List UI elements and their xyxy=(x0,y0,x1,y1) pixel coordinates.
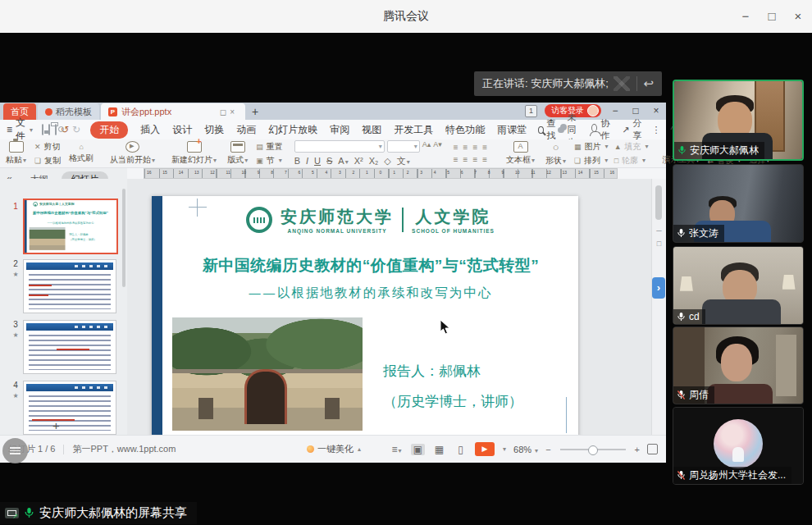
layout-button[interactable]: 版式▾ xyxy=(225,141,250,166)
menu-item-design[interactable]: 设计 xyxy=(172,123,192,137)
bold-button[interactable]: B xyxy=(294,156,300,166)
increase-font-icon[interactable]: A▴ xyxy=(422,140,431,153)
participant-namebar: 安庆师大郝佩林 xyxy=(674,142,764,159)
zoom-out-button[interactable]: − xyxy=(545,445,550,454)
participant-tile[interactable]: 周倩 xyxy=(673,326,804,404)
reading-view-icon[interactable]: ▯ xyxy=(454,444,468,455)
slideshow-play-button[interactable]: ▶ xyxy=(475,442,495,456)
minimize-button[interactable]: − xyxy=(732,0,760,33)
font-color-button[interactable]: A▾ xyxy=(338,156,348,166)
meeting-stage: 正在讲话: 安庆师大郝佩林; ↩ 首页 稻壳模板 P 讲会ppt.pptx ◻×… xyxy=(0,33,812,525)
notes-view-icon[interactable]: ≡▾ xyxy=(390,444,404,455)
menu-item-insert[interactable]: 插入 xyxy=(140,123,160,137)
text-effect-button[interactable]: 文▾ xyxy=(397,155,410,167)
zoom-slider[interactable] xyxy=(560,449,626,450)
tab-pin-close-icons[interactable]: ◻× xyxy=(220,107,238,116)
shape-button[interactable]: ○ 形状▾ xyxy=(543,141,568,166)
outline-button[interactable]: □轮廓▾ xyxy=(614,155,649,167)
tab-document[interactable]: P 讲会ppt.pptx ◻× xyxy=(101,103,245,120)
slide-thumbnail-4[interactable] xyxy=(23,381,116,435)
print-preview-icon[interactable] xyxy=(55,124,57,135)
new-tab-button[interactable]: + xyxy=(245,103,265,120)
section-button[interactable]: ▣节▾ xyxy=(256,155,283,167)
canvas-scrollbar[interactable] xyxy=(655,185,662,220)
participant-tile[interactable]: 周兑扬州大学社会发... xyxy=(673,407,804,485)
print-icon[interactable] xyxy=(48,124,50,135)
menu-item-rain-classroom[interactable]: 雨课堂 xyxy=(497,123,527,137)
mini-photo xyxy=(30,227,66,250)
underline-button[interactable]: U xyxy=(314,156,321,166)
fit-to-window-icon[interactable] xyxy=(647,444,658,454)
participant-tile[interactable]: 张文涛 xyxy=(673,164,804,243)
strip-icon[interactable]: ─ xyxy=(655,226,664,235)
subscript-button[interactable]: X₂ xyxy=(369,156,379,166)
picture-button[interactable]: ▦图片▾ xyxy=(574,141,609,153)
participant-tile[interactable]: cd xyxy=(673,246,804,325)
textbox-button[interactable]: A 文本框▾ xyxy=(504,141,537,166)
campus-photo xyxy=(172,317,363,431)
strikethrough-button[interactable]: S xyxy=(326,156,332,166)
reply-arrow-icon[interactable]: ↩ xyxy=(643,76,662,91)
slide-sorter-icon[interactable]: ▦ xyxy=(432,444,446,455)
menu-item-slideshow[interactable]: 幻灯片放映 xyxy=(268,123,317,137)
slide-header: 安庆师范大学 ANQING NORMAL UNIVERSITY 人文学院 SCH… xyxy=(162,206,578,234)
font-size-select[interactable]: ▾ xyxy=(387,140,420,153)
arrange-button[interactable]: ❏排列▾ xyxy=(574,155,609,167)
meeting-floating-control[interactable] xyxy=(2,438,28,463)
maximize-button[interactable]: □ xyxy=(758,0,786,33)
find-menu[interactable]: 查找 xyxy=(538,117,558,142)
play-dropdown-icon[interactable]: ▾ xyxy=(503,445,506,453)
normal-view-icon[interactable]: ▣ xyxy=(411,444,425,455)
menu-item-features[interactable]: 特色功能 xyxy=(445,123,485,137)
panel-scrollbar[interactable] xyxy=(122,189,125,287)
slide-thumbnail-2[interactable] xyxy=(23,259,116,313)
participant-namebar: cd xyxy=(673,309,705,324)
slide-thumbnail-3[interactable] xyxy=(23,320,116,374)
add-slide-button[interactable]: + xyxy=(52,418,60,432)
menu-item-review[interactable]: 审阅 xyxy=(330,123,349,137)
editing-canvas[interactable]: 安庆师范大学 ANQING NORMAL UNIVERSITY 人文学院 SCH… xyxy=(127,179,652,435)
menu-item-home[interactable]: 开始 xyxy=(90,121,128,139)
menu-item-view[interactable]: 视图 xyxy=(362,123,381,137)
font-family-select[interactable]: ▾ xyxy=(294,140,385,153)
format-painter-button[interactable]: ⌂ 格式刷 xyxy=(66,141,96,166)
copy-button[interactable]: ❏复制 xyxy=(34,155,61,167)
menu-item-devtools[interactable]: 开发工具 xyxy=(394,123,433,137)
expand-panel-button[interactable]: › xyxy=(652,277,665,299)
zoom-in-button[interactable]: + xyxy=(635,445,640,454)
superscript-button[interactable]: X² xyxy=(354,156,363,166)
menu-item-transition[interactable]: 切换 xyxy=(204,123,224,137)
fill-button[interactable]: ▲填充▾ xyxy=(614,141,649,153)
decrease-font-icon[interactable]: A▾ xyxy=(433,140,442,153)
slide-thumbnail-1[interactable]: 安庆师范大学｜人文学院 新中国统编历史教材的“价值重构”与“范式转型” ——以根… xyxy=(23,199,118,254)
paste-button[interactable]: 粘贴▾ xyxy=(3,141,29,166)
participant-name: 安庆师大郝佩林 xyxy=(690,144,759,158)
paragraph-group[interactable]: ≡≡≡≡≡≡≡≡ xyxy=(454,141,492,166)
close-button[interactable]: × xyxy=(784,0,812,33)
play-from-current-button[interactable]: 从当前开始▾ xyxy=(107,141,157,166)
tab-templates[interactable]: 稻壳模板 xyxy=(38,103,99,120)
new-slide-button[interactable]: 新建幻灯片▾ xyxy=(169,141,219,166)
photo-arched-door xyxy=(244,369,287,424)
more-options-icon[interactable]: ⋮ xyxy=(651,125,660,135)
redo-icon[interactable]: ↻ xyxy=(72,124,80,135)
cut-button[interactable]: ✕剪切 xyxy=(34,141,61,153)
participant-tile[interactable]: 安庆师大郝佩林 xyxy=(673,80,804,161)
save-icon[interactable] xyxy=(42,124,43,135)
avatar xyxy=(714,419,763,468)
clear-format-button[interactable]: ◇ xyxy=(384,156,390,167)
strip-icon[interactable]: □ xyxy=(655,240,664,248)
collaborate-button[interactable]: 协作 xyxy=(591,117,612,142)
slide-canvas[interactable]: 安庆师范大学 ANQING NORMAL UNIVERSITY 人文学院 SCH… xyxy=(152,196,578,438)
share-button[interactable]: ↗ 分享 xyxy=(622,117,641,142)
menu-item-animation[interactable]: 动画 xyxy=(236,123,256,137)
beautify-button[interactable]: 一键美化▴ xyxy=(307,443,361,455)
zoom-slider-knob[interactable] xyxy=(588,445,598,455)
beautify-icon xyxy=(307,445,314,453)
italic-button[interactable]: I xyxy=(306,156,308,166)
split-view-icon[interactable]: 1 xyxy=(525,105,537,117)
wps-menubar: ≡ 文件 ▾ ↺ ↻ 开始 插入 设计 切换 动画 幻灯片放映 审阅 视图 开发… xyxy=(0,120,666,140)
reset-button[interactable]: ▤重置 xyxy=(256,141,283,153)
watermark-logo-icon xyxy=(614,76,630,91)
zoom-level[interactable]: 68% ▾ xyxy=(513,445,538,454)
